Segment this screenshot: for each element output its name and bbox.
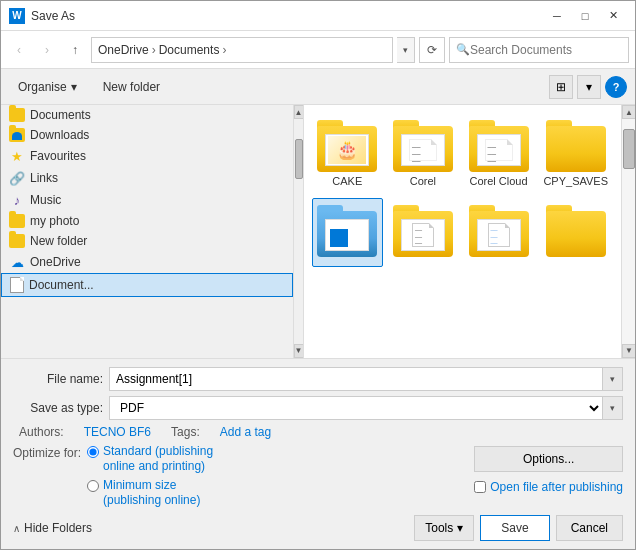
tags-label: Tags: [171,425,200,439]
cancel-button[interactable]: Cancel [556,515,623,541]
folder-icon-large: ────── [469,120,529,172]
organise-dropdown-icon: ▾ [71,80,77,94]
hide-folders-button[interactable]: ∧ Hide Folders [13,521,92,535]
folder-icon-large: ──────── [393,205,453,257]
maximize-button[interactable]: □ [571,6,599,26]
radio-minimum-label[interactable]: Minimum size (publishing online) [103,478,200,509]
search-box[interactable]: 🔍 [449,37,629,63]
open-after-input[interactable] [474,481,486,493]
chevron-down-icon: ∧ [13,523,20,534]
sidebar-label-document-active: Document... [29,278,94,292]
sidebar-label-documents: Documents [30,108,91,122]
file-item-row2-3[interactable]: ──────── [463,198,535,267]
file-label-corel: Corel [410,175,436,187]
address-path[interactable]: OneDrive › Documents › [91,37,393,63]
search-icon: 🔍 [456,43,470,56]
star-icon: ★ [9,148,25,164]
file-item-row2-1[interactable] [312,198,384,267]
up-button[interactable]: ↑ [63,38,87,62]
filename-wrapper: ▾ [109,367,623,391]
authors-value[interactable]: TECNO BF6 [84,425,151,439]
open-after-checkbox: Open file after publishing [474,480,623,494]
file-item-row2-2[interactable]: ──────── [387,198,459,267]
savetype-wrapper: PDF ▾ [109,396,623,420]
close-button[interactable]: ✕ [599,6,627,26]
forward-button[interactable]: › [35,38,59,62]
scroll-track [294,119,303,344]
sidebar-item-myphoto[interactable]: my photo [1,211,293,231]
app-icon: W [9,8,25,24]
sidebar-item-downloads[interactable]: Downloads [1,125,293,145]
sidebar-scrollbar[interactable]: ▲ ▼ [293,105,303,358]
folder-thumbnail: 🎂 [328,136,366,164]
view-button[interactable]: ⊞ [549,75,573,99]
address-dropdown[interactable]: ▾ [397,37,415,63]
sidebar-item-documents[interactable]: Documents [1,105,293,125]
new-folder-button[interactable]: New folder [94,75,169,99]
savetype-row: Save as type: PDF ▾ [13,396,623,420]
file-item-row2-4[interactable] [538,198,613,267]
sidebar-item-newfolder[interactable]: New folder [1,231,293,251]
optimize-left: Optimize for: Standard (publishing onlin… [13,444,464,509]
save-button[interactable]: Save [480,515,549,541]
sidebar-item-music[interactable]: ♪ Music [1,189,293,211]
scroll-thumb[interactable] [295,139,303,179]
search-input[interactable] [470,43,622,57]
folder-icon-large: ──────── [469,205,529,257]
savetype-select[interactable]: PDF [109,396,603,420]
action-row: ∧ Hide Folders Tools ▾ Save Cancel [13,515,623,541]
tags-value[interactable]: Add a tag [220,425,271,439]
radio-standard-input[interactable] [87,446,99,458]
file-item-corel-cloud[interactable]: ────── Corel Cloud [463,113,535,194]
radio-standard: Standard (publishing online and printing… [87,444,213,475]
right-scroll-thumb[interactable] [623,129,635,169]
tools-button[interactable]: Tools ▾ [414,515,474,541]
view-icon: ⊞ [556,80,566,94]
file-label-cpy-saves: CPY_SAVES [543,175,608,187]
scroll-up-arrow[interactable]: ▲ [294,105,304,119]
window-controls: ─ □ ✕ [543,6,627,26]
right-scroll-up[interactable]: ▲ [622,105,635,119]
save-as-dialog: W Save As ─ □ ✕ ‹ › ↑ OneDrive › Documen… [0,0,636,550]
file-label-corel-cloud: Corel Cloud [470,175,528,187]
sidebar-item-favourites[interactable]: ★ Favourites [1,145,293,167]
folder-icon-large: ────── [393,120,453,172]
right-panel: Options... Open file after publishing [474,444,623,494]
savetype-dropdown[interactable]: ▾ [603,396,623,420]
authors-label: Authors: [19,425,64,439]
organise-button[interactable]: Organise ▾ [9,75,86,99]
right-scroll-down[interactable]: ▼ [622,344,635,358]
file-item-cake[interactable]: 🎂 CAKE [312,113,384,194]
scroll-down-arrow[interactable]: ▼ [294,344,304,358]
sidebar-label-favourites: Favourites [30,149,86,163]
doc-icon [10,277,24,293]
sidebar-item-onedrive[interactable]: ☁ OneDrive [1,251,293,273]
action-buttons: Tools ▾ Save Cancel [414,515,623,541]
links-icon: 🔗 [9,170,25,186]
filename-dropdown[interactable]: ▾ [603,367,623,391]
hide-folders-label: Hide Folders [24,521,92,535]
meta-row: Authors: TECNO BF6 Tags: Add a tag [13,425,623,439]
view-dropdown-button[interactable]: ▾ [577,75,601,99]
toolbar-right: ⊞ ▾ ? [549,75,627,99]
back-button[interactable]: ‹ [7,38,31,62]
open-after-label[interactable]: Open file after publishing [490,480,623,494]
bottom-form: File name: ▾ Save as type: PDF ▾ Authors… [1,358,635,549]
file-item-corel[interactable]: ────── Corel [387,113,459,194]
optimize-row: Optimize for: Standard (publishing onlin… [13,444,623,509]
right-scrollbar[interactable]: ▲ ▼ [621,105,635,358]
minimize-button[interactable]: ─ [543,6,571,26]
radio-minimum-input[interactable] [87,480,99,492]
filename-input[interactable] [109,367,603,391]
options-button[interactable]: Options... [474,446,623,472]
refresh-button[interactable]: ⟳ [419,37,445,63]
file-item-cpy-saves[interactable]: CPY_SAVES [538,113,613,194]
sidebar-item-links[interactable]: 🔗 Links [1,167,293,189]
radio-standard-label[interactable]: Standard (publishing online and printing… [103,444,213,475]
sidebar-item-document-active[interactable]: Document... [1,273,293,297]
filename-label: File name: [13,372,103,386]
sidebar-scroll-wrapper: Documents Downloads ★ Favourites 🔗 Links [1,105,304,358]
folder-icon-large [546,120,606,172]
help-button[interactable]: ? [605,76,627,98]
radio-group: Standard (publishing online and printing… [87,444,213,509]
